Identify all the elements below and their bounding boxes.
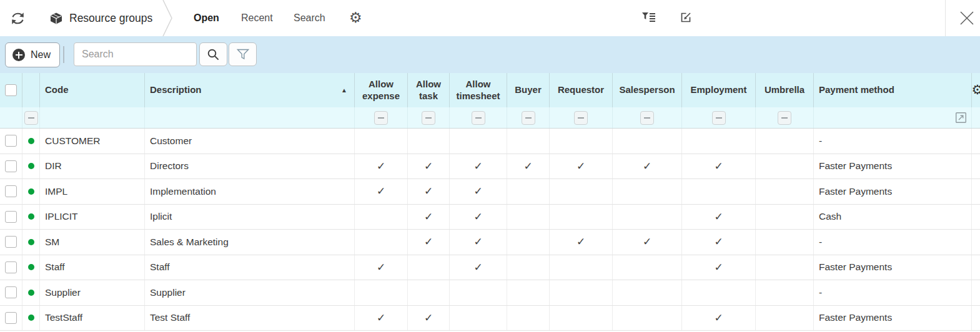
- search-button[interactable]: [199, 42, 227, 66]
- breadcrumb-chevron-icon: [162, 0, 176, 39]
- cell-settings: [972, 230, 980, 255]
- table-row[interactable]: DIR Directors ✓ ✓ ✓ ✓ ✓ ✓ ✓ Faster Payme…: [0, 154, 980, 180]
- cell-status: [22, 230, 40, 255]
- row-checkbox[interactable]: [5, 286, 17, 298]
- status-dot: [28, 264, 34, 270]
- cell-allow-expense: ✓: [355, 255, 408, 280]
- filter-list-icon[interactable]: [641, 11, 656, 25]
- filter-operator-button[interactable]: [640, 111, 654, 125]
- filter-operator-button[interactable]: [778, 111, 791, 125]
- cell-allow-timesheet: ✓: [450, 230, 507, 255]
- toolbar-divider: [63, 46, 64, 63]
- filter-operator-button[interactable]: [472, 111, 485, 125]
- cell-select: [0, 280, 22, 305]
- column-header-payment-method[interactable]: Payment method: [814, 73, 972, 107]
- filter-operator-button[interactable]: [574, 111, 588, 125]
- column-header-allow-task[interactable]: Allow task: [408, 73, 450, 107]
- tab-recent[interactable]: Recent: [241, 0, 273, 36]
- tab-search[interactable]: Search: [294, 0, 325, 36]
- cell-settings: [972, 179, 980, 204]
- cell-payment-method: Faster Payments: [814, 179, 972, 204]
- row-checkbox[interactable]: [5, 312, 17, 324]
- close-icon[interactable]: [959, 10, 975, 26]
- cell-allow-timesheet: ✓: [450, 179, 507, 204]
- tab-open[interactable]: Open: [194, 0, 219, 36]
- cell-requestor: ✓: [550, 230, 613, 255]
- cell-umbrella: [756, 280, 814, 305]
- filter-operator-button[interactable]: [422, 111, 435, 125]
- filter-button[interactable]: [229, 42, 257, 66]
- table-row[interactable]: CUSTOMER Customer -: [0, 129, 980, 154]
- open-record-icon[interactable]: [955, 112, 967, 124]
- column-header-salesperson[interactable]: Salesperson: [613, 73, 682, 107]
- column-header-allow-expense[interactable]: Allow expense: [355, 73, 408, 107]
- column-header-umbrella[interactable]: Umbrella: [756, 73, 814, 107]
- cell-allow-task: ✓: [408, 306, 450, 331]
- row-checkbox[interactable]: [5, 160, 17, 172]
- filter-cell-status: [22, 107, 40, 128]
- cell-salesperson: ✓: [613, 154, 682, 179]
- new-button[interactable]: New: [5, 42, 60, 67]
- select-all-checkbox[interactable]: [5, 84, 17, 96]
- cell-allow-expense: [355, 205, 408, 230]
- dash-icon: [378, 117, 384, 119]
- cell-requestor: ✓: [550, 154, 613, 179]
- table-header-row: Code Description ▲ Allow expense Allow t…: [0, 73, 980, 107]
- cell-code: Supplier: [40, 280, 145, 305]
- cell-allow-task: ✓: [408, 230, 450, 255]
- table-row[interactable]: IMPL Implementation ✓ ✓ ✓ Faster Payment…: [0, 179, 980, 205]
- row-checkbox[interactable]: [5, 135, 17, 147]
- column-header-description[interactable]: Description ▲: [145, 73, 355, 107]
- filter-operator-button[interactable]: [522, 111, 535, 125]
- column-header-requestor[interactable]: Requestor: [550, 73, 613, 107]
- cell-employment: [682, 280, 756, 305]
- cell-payment-method: -: [814, 230, 972, 255]
- cell-description: Sales & Marketing: [145, 230, 355, 255]
- table-row[interactable]: SM Sales & Marketing ✓ ✓ ✓ ✓ ✓ -: [0, 230, 980, 255]
- row-checkbox[interactable]: [5, 211, 17, 223]
- filter-operator-button[interactable]: [374, 111, 388, 125]
- cell-salesperson: [613, 179, 682, 204]
- dash-icon: [425, 117, 432, 119]
- dash-icon: [716, 117, 722, 119]
- cell-allow-expense: [355, 129, 408, 154]
- column-settings-cell[interactable]: ⚙: [972, 73, 980, 107]
- filter-cell-description[interactable]: [145, 107, 355, 128]
- row-checkbox[interactable]: [5, 261, 17, 273]
- cell-salesperson: [613, 306, 682, 331]
- filter-operator-button[interactable]: [712, 111, 726, 125]
- cell-status: [22, 280, 40, 305]
- refresh-icon[interactable]: [9, 9, 26, 27]
- filter-operator-button[interactable]: [24, 111, 38, 125]
- new-button-label: New: [31, 49, 51, 61]
- table-row[interactable]: Staff Staff ✓ ✓ ✓ Faster Payments: [0, 255, 980, 281]
- table-row[interactable]: TestStaff Test Staff ✓ ✓ ✓ Faster Paymen…: [0, 306, 980, 331]
- settings-gear-icon[interactable]: ⚙: [349, 0, 362, 36]
- cell-status: [22, 205, 40, 230]
- cell-salesperson: [613, 280, 682, 305]
- cell-buyer: [507, 255, 550, 280]
- row-checkbox[interactable]: [5, 185, 17, 197]
- column-header-allow-timesheet[interactable]: Allow timesheet: [450, 73, 507, 107]
- table-row[interactable]: IPLICIT Iplicit ✓ ✓ ✓ Cash: [0, 205, 980, 230]
- column-header-code[interactable]: Code: [40, 73, 145, 107]
- table-row[interactable]: Supplier Supplier -: [0, 280, 980, 306]
- column-header-employment[interactable]: Employment: [682, 73, 756, 107]
- search-input[interactable]: [74, 42, 197, 66]
- row-checkbox[interactable]: [5, 236, 17, 248]
- cell-buyer: ✓: [507, 154, 550, 179]
- cell-umbrella: [756, 179, 814, 204]
- cell-settings: [972, 306, 980, 331]
- cell-requestor: [550, 205, 613, 230]
- bulk-edit-selection-icon[interactable]: [679, 10, 693, 25]
- cell-allow-timesheet: ✓: [450, 205, 507, 230]
- cell-allow-task: [408, 280, 450, 305]
- cell-select: [0, 255, 22, 280]
- filter-cell-code[interactable]: [40, 107, 145, 128]
- funnel-icon: [237, 49, 249, 60]
- cell-buyer: [507, 280, 550, 305]
- cell-salesperson: [613, 255, 682, 280]
- column-header-buyer[interactable]: Buyer: [507, 73, 550, 107]
- cell-employment: [682, 179, 756, 204]
- topbar-divider: [945, 0, 946, 36]
